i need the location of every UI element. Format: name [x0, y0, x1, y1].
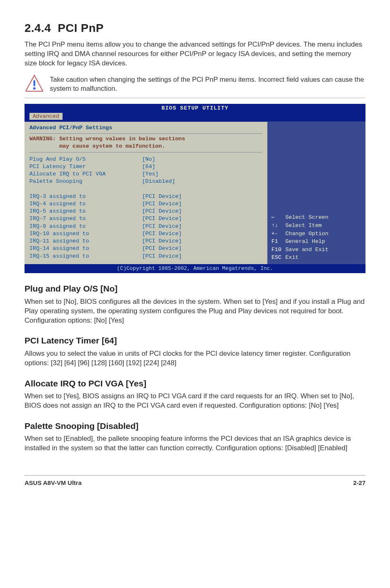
page-footer: ASUS A8V-VM Ultra 2-27: [25, 475, 365, 487]
option-body-irq: When set to [Yes], BIOS assigns an IRQ t…: [25, 392, 365, 411]
bios-row-label: IRQ-10 assigned to: [29, 231, 89, 237]
bios-row-value: [PCI Device]: [142, 253, 182, 259]
bios-row-value: [No]: [142, 156, 155, 162]
bios-row-label: Plug And Play O/S: [29, 156, 86, 162]
option-title-latency: PCI Latency Timer [64]: [25, 335, 365, 346]
caution-block: Take caution when changing the settings …: [25, 74, 365, 98]
bios-row-label: IRQ-7 assigned to: [29, 215, 86, 222]
bios-row-value: [Yes]: [142, 171, 159, 177]
bios-row-value: [Disabled]: [142, 178, 175, 184]
bios-row-label: IRQ-4 assigned to: [29, 201, 86, 207]
caution-icon: [25, 74, 44, 94]
bios-row: Allocate IRQ to PCI VGA [Yes]: [29, 171, 159, 177]
bios-left-pane: Advanced PCI/PnP Settings WARNING: Setti…: [25, 122, 267, 264]
help-desc: Select Screen: [285, 214, 328, 220]
option-body-latency: Allows you to select the value in units …: [25, 349, 365, 368]
bios-screenshot: BIOS SETUP UTILITY Advanced Advanced PCI…: [25, 104, 365, 274]
section-title: PCI PnP: [58, 22, 103, 34]
footer-left: ASUS A8V-VM Ultra: [25, 479, 81, 487]
bios-irq-row: IRQ-7 assigned to [PCI Device]: [29, 215, 182, 222]
help-key: F1: [271, 238, 285, 246]
help-key-row: +-Change Option: [271, 231, 328, 237]
bios-row-value: [PCI Device]: [142, 193, 182, 200]
bios-row-label: Allocate IRQ to PCI VGA: [29, 171, 105, 177]
bios-title: BIOS SETUP UTILITY: [25, 104, 365, 113]
option-title-pnp: Plug and Play O/S [No]: [25, 283, 365, 294]
bios-row-label: IRQ-11 assigned to: [29, 238, 89, 244]
help-key: ESC: [271, 254, 285, 262]
help-desc: Select Item: [285, 222, 322, 229]
bios-row-label: PCI Latency Timer: [29, 164, 86, 170]
bios-row: Plug And Play O/S [No]: [29, 156, 155, 162]
bios-irq-row: IRQ-9 assigned to [PCI Device]: [29, 223, 182, 229]
help-key: ←: [271, 213, 285, 222]
help-key: ↑↓: [271, 222, 285, 230]
bios-row-value: [PCI Device]: [142, 215, 182, 222]
help-key-row: ←Select Screen: [271, 214, 328, 220]
bios-irq-row: IRQ-11 assigned to [PCI Device]: [29, 238, 182, 244]
help-key-row: F10Save and Exit: [271, 247, 328, 253]
bios-row: PCI Latency Timer [64]: [29, 164, 155, 170]
help-key-row: ESCExit: [271, 254, 298, 260]
bios-row-value: [PCI Device]: [142, 223, 182, 229]
section-number: 2.4.4: [25, 22, 51, 34]
bios-row-label: IRQ-3 assigned to: [29, 193, 86, 200]
bios-help-keys: ←Select Screen ↑↓Select Item +-Change Op…: [271, 213, 361, 261]
bios-irq-row: IRQ-3 assigned to [PCI Device]: [29, 193, 182, 200]
bios-row: Palette Snooping [Disabled]: [29, 178, 175, 184]
bios-footer: (C)Copyright 1985-2002, American Megatre…: [25, 264, 365, 274]
bios-row-value: [PCI Device]: [142, 238, 182, 244]
bios-warning: WARNING: Setting wrong values in below s…: [29, 133, 262, 152]
help-desc: General Help: [285, 238, 325, 245]
help-desc: Exit: [285, 254, 298, 260]
caution-text: Take caution when changing the settings …: [50, 74, 365, 93]
bios-tab-row: Advanced: [25, 113, 365, 121]
option-body-palette: When set to [Enabled], the pallete snoop…: [25, 434, 365, 453]
help-key: +-: [271, 230, 285, 238]
option-body-pnp: When set to [No], BIOS configures all th…: [25, 297, 365, 325]
bios-tab-advanced: Advanced: [29, 113, 63, 120]
help-desc: Save and Exit: [285, 247, 328, 253]
help-key-row: ↑↓Select Item: [271, 222, 322, 229]
bios-irq-row: IRQ-14 assigned to [PCI Device]: [29, 245, 182, 251]
bios-row-label: IRQ-9 assigned to: [29, 223, 86, 229]
bios-row-value: [64]: [142, 164, 155, 170]
bios-row-value: [PCI Device]: [142, 208, 182, 214]
help-key: F10: [271, 246, 285, 254]
svg-point-3: [33, 87, 36, 90]
footer-right: 2-27: [353, 479, 365, 487]
help-key-row: F1General Help: [271, 238, 325, 245]
option-title-irq: Allocate IRQ to PCI VGA [Yes]: [25, 378, 365, 389]
bios-irq-row: IRQ-5 assigned to [PCI Device]: [29, 208, 182, 214]
help-desc: Change Option: [285, 231, 328, 237]
bios-row-value: [PCI Device]: [142, 231, 182, 237]
section-intro: The PCI PnP menu items allow you to chan…: [25, 40, 365, 68]
bios-row-label: Palette Snooping: [29, 178, 83, 184]
bios-irq-row: IRQ-10 assigned to [PCI Device]: [29, 231, 182, 237]
bios-row-value: [PCI Device]: [142, 245, 182, 251]
bios-right-pane: ←Select Screen ↑↓Select Item +-Change Op…: [267, 122, 365, 264]
bios-pane-heading: Advanced PCI/PnP Settings: [29, 125, 112, 131]
bios-irq-row: IRQ-4 assigned to [PCI Device]: [29, 201, 182, 207]
svg-rect-2: [34, 80, 36, 86]
bios-row-label: IRQ-15 assigned to: [29, 253, 89, 259]
bios-irq-row: IRQ-15 assigned to [PCI Device]: [29, 253, 182, 259]
bios-row-label: IRQ-14 assigned to: [29, 245, 89, 251]
bios-row-value: [PCI Device]: [142, 201, 182, 207]
bios-row-label: IRQ-5 assigned to: [29, 208, 86, 214]
section-heading: 2.4.4 PCI PnP: [25, 20, 365, 36]
bios-warning-label: WARNING:: [29, 136, 56, 142]
option-title-palette: Palette Snooping [Disabled]: [25, 420, 365, 432]
